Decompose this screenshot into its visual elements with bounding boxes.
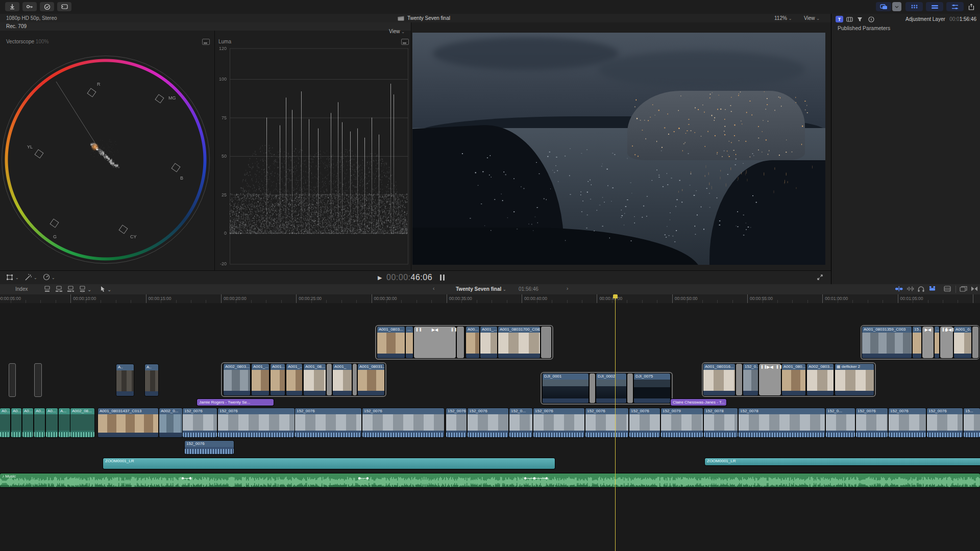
fullscreen-icon[interactable]: [817, 274, 823, 281]
timeline-clip[interactable]: 152_0...: [826, 408, 855, 437]
title-inspector-icon[interactable]: T: [836, 16, 843, 22]
overwrite-edit-icon[interactable]: [79, 286, 86, 292]
timeline-clip[interactable]: 152_0079: [661, 408, 703, 437]
share-icon[interactable]: [966, 2, 977, 11]
timeline-clip[interactable]: A001_0803...: [377, 327, 405, 358]
timeline-clip[interactable]: 152_0078: [704, 408, 738, 437]
timeline-clip[interactable]: A001_...: [480, 327, 497, 358]
title-clip[interactable]: Jamie Rogers - Twenty Se...: [197, 399, 274, 406]
timeline-clip[interactable]: A00...: [466, 327, 479, 358]
inspector-toggle-icon[interactable]: [946, 2, 964, 11]
timeline-clip[interactable]: A001_...: [286, 364, 302, 395]
chevron-down-icon[interactable]: ⌄: [107, 287, 111, 292]
timeline-clip[interactable]: 152_0076: [927, 408, 963, 437]
timeline-clip[interactable]: 152_0076: [183, 408, 217, 437]
gap-clip[interactable]: [627, 373, 633, 403]
chevron-down-icon[interactable]: ⌄: [52, 276, 55, 280]
index-button[interactable]: Index: [15, 286, 28, 292]
timeline-clip[interactable]: 152_0076: [629, 408, 660, 437]
timeline-clip[interactable]: 152_0076: [468, 408, 508, 437]
previous-sequence-button[interactable]: ‹: [433, 286, 434, 291]
timeline-clip[interactable]: A001_08031700_C082: [498, 327, 540, 358]
timeline-clip[interactable]: DJI_0001: [543, 373, 589, 403]
chevron-down-icon[interactable]: [892, 2, 901, 11]
timeline-clip[interactable]: A001_08031359_C003: [862, 327, 912, 358]
timeline-clip[interactable]: A0...: [11, 408, 21, 437]
timeline-clip[interactable]: A0...: [0, 408, 10, 437]
timeline-clip[interactable]: 152_0076: [185, 441, 234, 454]
timeline-clip[interactable]: A002_08...: [70, 408, 94, 437]
transition-clip[interactable]: ▶◀: [922, 327, 934, 358]
timeline-clip[interactable]: DJI_0002: [596, 373, 626, 403]
effects-browser-icon[interactable]: [905, 2, 923, 11]
transition-clip[interactable]: ❚❚▶◀❚❚: [759, 364, 781, 395]
timeline-clip[interactable]: A0...: [46, 408, 58, 437]
gap-clip[interactable]: [353, 364, 357, 395]
info-inspector-icon[interactable]: [867, 16, 875, 22]
timeline-clip[interactable]: 152_0...: [743, 364, 758, 395]
gap-clip[interactable]: [590, 373, 595, 403]
play-button[interactable]: ▶: [378, 274, 382, 281]
chevron-down-icon[interactable]: ⌄: [15, 276, 19, 280]
transition-clip[interactable]: ❚❚▶◀❚❚: [414, 327, 456, 358]
timeline-clip[interactable]: 152_0076: [362, 408, 444, 437]
timeline-clip[interactable]: A0...: [22, 408, 33, 437]
keyword-icon[interactable]: [22, 2, 37, 11]
timeline-clip[interactable]: ...: [935, 327, 939, 358]
timeline-clip[interactable]: 152_0076: [856, 408, 888, 437]
timeline-clip[interactable]: ...: [406, 327, 413, 358]
timeline-clip[interactable]: A001_: [333, 364, 352, 395]
viewer-zoom-dropdown[interactable]: 112% ⌄: [774, 15, 792, 21]
timeline-clip[interactable]: A001_080...: [782, 364, 805, 395]
transform-tool-icon[interactable]: [6, 274, 13, 281]
viewer-view-dropdown[interactable]: View ⌄: [804, 15, 820, 21]
timeline-clip[interactable]: 152_0076: [533, 408, 584, 437]
select-tool-icon[interactable]: [100, 286, 106, 292]
timeline-clip[interactable]: A001_08031437_C013: [98, 408, 158, 437]
solo-icon[interactable]: [917, 286, 925, 292]
playhead[interactable]: [615, 294, 616, 551]
timeline-clip[interactable]: A002_0803...: [224, 364, 250, 395]
connected-clip[interactable]: [9, 363, 16, 397]
music-clip[interactable]: ♪ Music: [0, 473, 980, 487]
gap-clip[interactable]: [541, 327, 551, 358]
compound-clip[interactable]: ZOOM0001_LR: [103, 458, 555, 469]
timeline-clip[interactable]: A001_08031...: [358, 364, 384, 395]
timeline-clip[interactable]: 152_0076: [218, 408, 295, 437]
timeline-clip[interactable]: A002_0803...: [807, 364, 834, 395]
timeline-clip[interactable]: 152_0076: [295, 408, 361, 437]
filter-icon[interactable]: [856, 16, 864, 22]
next-sequence-button[interactable]: ›: [567, 286, 568, 291]
timeline-clip[interactable]: DJI_0075: [634, 373, 670, 403]
title-clip[interactable]: Claire Chesswas-Janes - T...: [671, 399, 726, 406]
timeline-clip[interactable]: 152_0076: [446, 408, 467, 437]
audio-skimming-icon[interactable]: [906, 286, 914, 292]
chevron-down-icon[interactable]: ⌄: [87, 287, 91, 292]
browser-panel-icon[interactable]: [960, 286, 967, 292]
snapping-icon[interactable]: [928, 286, 936, 292]
timeline-clip[interactable]: A0...: [34, 408, 45, 437]
transitions-browser-icon[interactable]: [971, 286, 978, 292]
timeline-clip[interactable]: 152_0076: [889, 408, 926, 437]
append-edit-icon[interactable]: [67, 286, 75, 292]
connect-edit-icon[interactable]: [43, 286, 51, 292]
chevron-down-icon[interactable]: ⌄: [34, 276, 37, 280]
import-icon[interactable]: [5, 2, 19, 11]
gap-clip[interactable]: [972, 327, 978, 358]
timeline-ruler[interactable]: 00:00:05:0000:00:10:0000:00:15:0000:00:2…: [0, 294, 980, 304]
skimming-icon[interactable]: [895, 286, 903, 292]
playhead-grip[interactable]: [613, 294, 618, 298]
compound-clip[interactable]: ZOOM0001_LR: [705, 458, 980, 465]
timeline-clip[interactable]: A002_0...: [159, 408, 182, 437]
video-inspector-icon[interactable]: [846, 16, 853, 22]
timeline-clip[interactable]: A001...: [271, 364, 285, 395]
gap-clip[interactable]: [457, 327, 464, 358]
gap-clip[interactable]: [327, 364, 332, 395]
transition-clip[interactable]: ❚❚▶◀❚❚: [940, 327, 953, 358]
media-browser-icon[interactable]: [876, 2, 891, 11]
audio-meter-icon[interactable]: [443, 274, 445, 281]
timeline-tracks[interactable]: A001_0803......❚❚▶◀❚❚A00...A001_...A001_…: [0, 303, 980, 551]
timeline-clip[interactable]: A..: [145, 364, 158, 396]
background-tasks-icon[interactable]: [40, 2, 54, 11]
timeline-clip[interactable]: 152_0078: [739, 408, 825, 437]
